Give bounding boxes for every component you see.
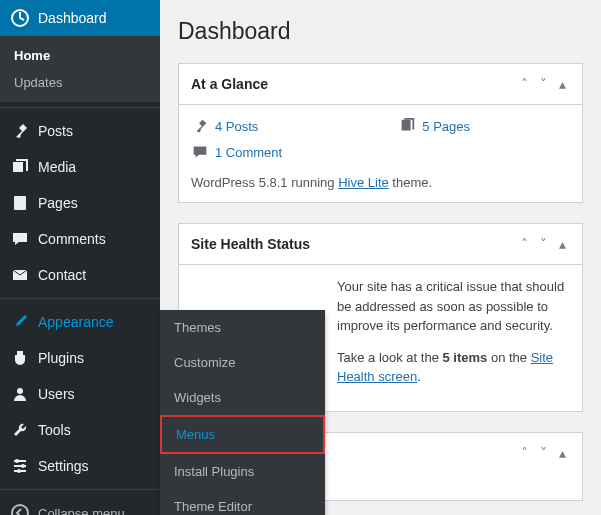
sidebar-label: Comments <box>38 231 106 247</box>
sidebar-label: Plugins <box>38 350 84 366</box>
pages-link[interactable]: 5 Pages <box>422 119 470 134</box>
svg-point-4 <box>17 388 23 394</box>
page-title: Dashboard <box>178 18 583 45</box>
move-up-button[interactable]: ˄ <box>517 74 532 94</box>
brush-icon <box>10 312 30 332</box>
sidebar-item-dashboard[interactable]: Dashboard <box>0 0 160 36</box>
admin-sidebar: Dashboard Home Updates Posts Media Pages… <box>0 0 160 515</box>
posts-link[interactable]: 4 Posts <box>215 119 258 134</box>
media-icon <box>10 157 30 177</box>
collapse-label: Collapse menu <box>38 506 125 516</box>
svg-point-5 <box>15 459 19 463</box>
page-icon <box>398 117 416 135</box>
sidebar-label: Pages <box>38 195 78 211</box>
health-msg: Your site has a critical issue that shou… <box>337 277 570 336</box>
sidebar-label: Settings <box>38 458 89 474</box>
widget-title: Site Health Status <box>191 236 310 252</box>
move-down-button[interactable]: ˅ <box>536 74 551 94</box>
sidebar-item-appearance[interactable]: Appearance <box>0 304 160 340</box>
envelope-icon <box>10 265 30 285</box>
submenu-item-widgets[interactable]: Widgets <box>160 380 325 415</box>
stat-posts: 4 Posts <box>191 117 258 135</box>
submenu-item-install-plugins[interactable]: Install Plugins <box>160 454 325 489</box>
sidebar-item-media[interactable]: Media <box>0 149 160 185</box>
submenu-item-themes[interactable]: Themes <box>160 310 325 345</box>
sidebar-label: Contact <box>38 267 86 283</box>
sidebar-item-posts[interactable]: Posts <box>0 113 160 149</box>
wrench-icon <box>10 420 30 440</box>
appearance-submenu: Themes Customize Widgets Menus Install P… <box>160 310 325 515</box>
sidebar-item-users[interactable]: Users <box>0 376 160 412</box>
sidebar-item-plugins[interactable]: Plugins <box>0 340 160 376</box>
sidebar-sub-updates[interactable]: Updates <box>0 69 160 96</box>
sidebar-item-pages[interactable]: Pages <box>0 185 160 221</box>
toggle-button[interactable]: ▴ <box>555 443 570 463</box>
move-down-button[interactable]: ˅ <box>536 234 551 254</box>
sidebar-label: Appearance <box>38 314 114 330</box>
move-down-button[interactable]: ˅ <box>536 443 551 463</box>
svg-rect-2 <box>14 196 26 210</box>
sidebar-sub-dashboard: Home Updates <box>0 36 160 102</box>
stat-pages: 5 Pages <box>398 117 470 135</box>
sidebar-item-settings[interactable]: Settings <box>0 448 160 484</box>
submenu-item-menus[interactable]: Menus <box>160 415 325 454</box>
sidebar-item-comments[interactable]: Comments <box>0 221 160 257</box>
sidebar-label: Tools <box>38 422 71 438</box>
toggle-button[interactable]: ▴ <box>555 74 570 94</box>
pin-icon <box>10 121 30 141</box>
sidebar-label: Dashboard <box>38 10 107 26</box>
wp-version-line: WordPress 5.8.1 running Hive Lite theme. <box>191 175 570 190</box>
sidebar-item-contact[interactable]: Contact <box>0 257 160 293</box>
dashboard-icon <box>10 8 30 28</box>
collapse-icon <box>10 503 30 515</box>
sliders-icon <box>10 456 30 476</box>
stat-comments: 1 Comment <box>191 143 570 161</box>
sidebar-label: Media <box>38 159 76 175</box>
svg-point-6 <box>21 464 25 468</box>
widget-at-a-glance: At a Glance ˄ ˅ ▴ 4 Posts 5 Pages <box>178 63 583 203</box>
health-action: Take a look at the 5 items on the Site H… <box>337 348 570 387</box>
sidebar-label: Users <box>38 386 75 402</box>
sidebar-item-tools[interactable]: Tools <box>0 412 160 448</box>
submenu-item-customize[interactable]: Customize <box>160 345 325 380</box>
user-icon <box>10 384 30 404</box>
widget-title: At a Glance <box>191 76 268 92</box>
theme-link[interactable]: Hive Lite <box>338 175 389 190</box>
page-icon <box>10 193 30 213</box>
health-text: Your site has a critical issue that shou… <box>337 277 570 399</box>
submenu-item-theme-editor[interactable]: Theme Editor <box>160 489 325 515</box>
toggle-button[interactable]: ▴ <box>555 234 570 254</box>
svg-rect-1 <box>13 162 23 172</box>
collapse-menu-button[interactable]: Collapse menu <box>0 495 160 515</box>
pin-icon <box>191 117 209 135</box>
sidebar-sub-home[interactable]: Home <box>0 42 160 69</box>
comment-icon <box>191 143 209 161</box>
comment-icon <box>10 229 30 249</box>
svg-rect-9 <box>402 120 411 131</box>
svg-point-7 <box>17 469 21 473</box>
plug-icon <box>10 348 30 368</box>
sidebar-label: Posts <box>38 123 73 139</box>
comments-link[interactable]: 1 Comment <box>215 145 282 160</box>
move-up-button[interactable]: ˄ <box>517 234 532 254</box>
move-up-button[interactable]: ˄ <box>517 443 532 463</box>
